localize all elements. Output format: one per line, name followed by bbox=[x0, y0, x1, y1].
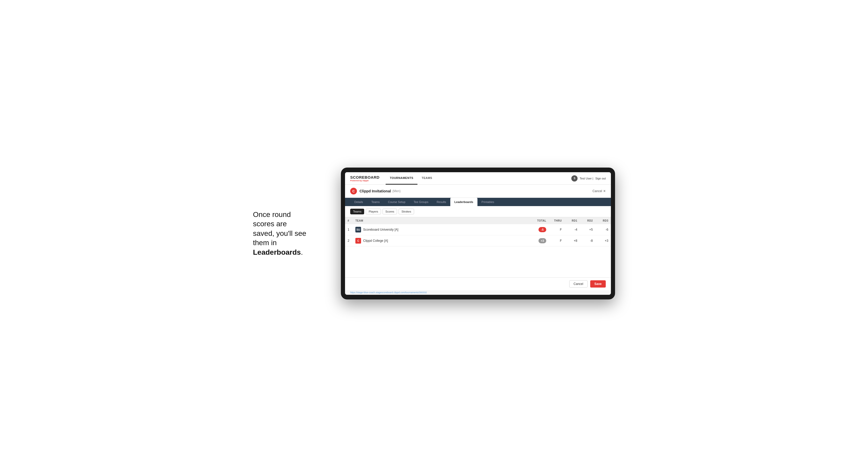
score-badge-1: -5 bbox=[538, 227, 546, 232]
description-line1: Once round bbox=[253, 211, 291, 218]
team-name-2: Clippd College [A] bbox=[363, 239, 388, 243]
col-total: TOTAL bbox=[528, 217, 549, 224]
user-name: Test User | bbox=[580, 177, 593, 180]
nav-teams[interactable]: TEAMS bbox=[417, 172, 436, 185]
cancel-button[interactable]: Cancel bbox=[569, 280, 588, 287]
tab-teams[interactable]: Teams bbox=[367, 198, 384, 206]
close-icon: ✕ bbox=[603, 189, 606, 193]
description-line3: saved, you'll see bbox=[253, 229, 306, 238]
tab-leaderboards[interactable]: Leaderboards bbox=[450, 198, 477, 206]
score-badge-2: +3 bbox=[538, 238, 546, 243]
sign-out-link[interactable]: Sign out bbox=[595, 177, 606, 180]
sub-btn-teams[interactable]: Teams bbox=[350, 209, 364, 214]
team-logo-1: SU bbox=[355, 227, 361, 232]
table-row: 2 C Clippd College [A] +3 F +8 -8 bbox=[345, 235, 611, 246]
logo-sub: Powered by clippd bbox=[350, 180, 379, 182]
col-rd2: RD2 bbox=[580, 217, 595, 224]
tab-printables[interactable]: Printables bbox=[477, 198, 498, 206]
description-highlight: Leaderboards bbox=[253, 248, 301, 256]
tab-details[interactable]: Details bbox=[350, 198, 367, 206]
description-line2: scores are bbox=[253, 220, 287, 228]
col-rd3: RD3 bbox=[595, 217, 611, 224]
thru-2: F bbox=[549, 235, 564, 246]
col-rank: # bbox=[345, 217, 353, 224]
tablet-screen: SCOREBOARD Powered by clippd TOURNAMENTS… bbox=[345, 172, 611, 295]
tournament-title: Clippd Invitational bbox=[360, 189, 391, 193]
tab-tee-groups[interactable]: Tee Groups bbox=[409, 198, 432, 206]
user-avatar: S bbox=[571, 175, 578, 182]
sub-btn-scores[interactable]: Scores bbox=[382, 209, 397, 214]
rank-2: 2 bbox=[345, 235, 353, 246]
col-rd1: RD1 bbox=[564, 217, 580, 224]
description-line4: them in bbox=[253, 239, 277, 247]
status-bar: https://stage-blue-coach.stagescoreboard… bbox=[345, 290, 611, 295]
col-thru: THRU bbox=[549, 217, 564, 224]
tab-navigation: Details Teams Course Setup Tee Groups Re… bbox=[345, 198, 611, 206]
rd1-1: -4 bbox=[564, 224, 580, 235]
logo-text: SCOREBOARD bbox=[350, 175, 379, 180]
rd2-1: +5 bbox=[580, 224, 595, 235]
empty-area bbox=[345, 246, 611, 277]
rd1-2: +8 bbox=[564, 235, 580, 246]
team-1: SU Scoreboard University [A] bbox=[353, 224, 528, 235]
rd2-2: -8 bbox=[580, 235, 595, 246]
leaderboard-table: # TEAM TOTAL THRU RD1 RD2 RD3 1 bbox=[345, 217, 611, 246]
tournament-subtitle: (Men) bbox=[392, 189, 400, 193]
status-url: https://stage-blue-coach.stagescoreboard… bbox=[350, 291, 427, 294]
app-logo: SCOREBOARD Powered by clippd bbox=[350, 175, 379, 182]
main-nav: TOURNAMENTS TEAMS bbox=[385, 172, 436, 185]
rank-1: 1 bbox=[345, 224, 353, 235]
description-period: . bbox=[301, 248, 303, 256]
tournament-icon: C bbox=[350, 188, 357, 194]
tab-results[interactable]: Results bbox=[432, 198, 450, 206]
sub-btn-players[interactable]: Players bbox=[366, 209, 381, 214]
thru-1: F bbox=[549, 224, 564, 235]
modal-footer: Cancel Save bbox=[345, 277, 611, 290]
nav-tournaments[interactable]: TOURNAMENTS bbox=[385, 172, 417, 185]
tournament-cancel-btn[interactable]: Cancel ✕ bbox=[593, 189, 606, 193]
total-2: +3 bbox=[528, 235, 549, 246]
sub-btn-strokes[interactable]: Strokes bbox=[399, 209, 414, 214]
total-1: -5 bbox=[528, 224, 549, 235]
header-right: S Test User | Sign out bbox=[571, 175, 606, 182]
rd3-1: -6 bbox=[595, 224, 611, 235]
tab-course-setup[interactable]: Course Setup bbox=[384, 198, 409, 206]
tablet-frame: SCOREBOARD Powered by clippd TOURNAMENTS… bbox=[341, 167, 615, 300]
tournament-header: C Clippd Invitational (Men) Cancel ✕ bbox=[345, 185, 611, 198]
rd3-2: +3 bbox=[595, 235, 611, 246]
team-name-1: Scoreboard University [A] bbox=[363, 228, 398, 231]
app-header: SCOREBOARD Powered by clippd TOURNAMENTS… bbox=[345, 172, 611, 185]
save-button[interactable]: Save bbox=[590, 280, 606, 287]
col-team: TEAM bbox=[353, 217, 528, 224]
team-logo-2: C bbox=[355, 238, 361, 244]
table-row: 1 SU Scoreboard University [A] -5 F -4 bbox=[345, 224, 611, 235]
description-text: Once round scores are saved, you'll see … bbox=[253, 210, 326, 257]
team-2: C Clippd College [A] bbox=[353, 235, 528, 246]
sub-buttons: Teams Players Scores Strokes bbox=[345, 206, 611, 217]
